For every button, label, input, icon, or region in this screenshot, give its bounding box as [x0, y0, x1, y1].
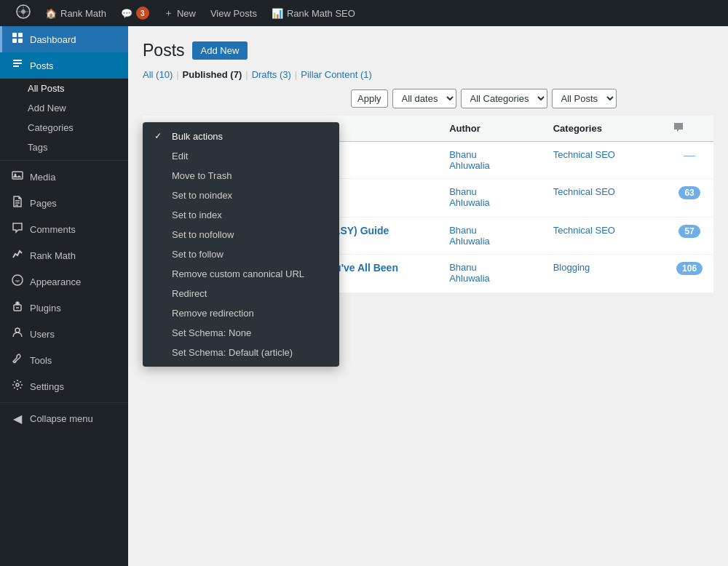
filter-pillar-link[interactable]: Pillar Content (1)	[301, 69, 372, 80]
bulk-item-redirect[interactable]: Redirect	[143, 284, 339, 303]
sidebar-item-plugins[interactable]: Plugins	[0, 295, 128, 321]
bulk-item-label-redirect: Redirect	[172, 288, 207, 299]
sidebar-item-media[interactable]: Media	[0, 164, 128, 190]
bulk-item-schema-none[interactable]: Set Schema: None	[143, 323, 339, 343]
bulk-item-bulk-actions[interactable]: ✓ Bulk actions	[143, 127, 339, 146]
row1-category-link[interactable]: Technical SEO	[553, 149, 615, 160]
bulk-item-label-schema-none: Set Schema: None	[172, 327, 251, 338]
sidebar-item-pages[interactable]: Pages	[0, 190, 128, 216]
row3-author-link[interactable]: BhanuAhluwalia	[449, 225, 490, 247]
row4-comments-cell: 106	[665, 255, 713, 293]
plugins-label: Plugins	[30, 303, 61, 314]
all-dates-select[interactable]: All dates	[392, 89, 456, 108]
rankmath-seo-button[interactable]: 📊 Rank Math SEO	[264, 0, 363, 26]
row2-author-link[interactable]: BhanuAhluwalia	[449, 186, 490, 208]
sidebar-item-dashboard[interactable]: Dashboard	[0, 26, 128, 52]
site-name-label: Rank Math	[60, 8, 106, 19]
bulk-item-noindex[interactable]: Set to noindex	[143, 186, 339, 205]
dashboard-icon	[11, 32, 24, 47]
sidebar-item-tags[interactable]: Tags	[0, 137, 128, 157]
sidebar-item-add-new[interactable]: Add New	[0, 98, 128, 118]
all-posts-label: All Posts	[28, 83, 65, 94]
bulk-actions-dropdown: ✓ Bulk actions Edit Move to Trash	[143, 122, 339, 367]
sidebar-item-categories[interactable]: Categories	[0, 118, 128, 137]
filter-drafts[interactable]: Drafts (3)	[252, 69, 291, 80]
bulk-item-remove-redirect[interactable]: Remove redirection	[143, 303, 339, 323]
add-new-button[interactable]: Add New	[192, 41, 248, 60]
comments-menu-icon	[11, 222, 24, 236]
appearance-label: Appearance	[30, 276, 81, 287]
sidebar-item-tools[interactable]: Tools	[0, 347, 128, 373]
main-content: Posts Add New All (10) | Published (7)	[128, 26, 728, 566]
bulk-item-label-noindex: Set to noindex	[172, 190, 232, 201]
wp-wrap: Dashboard Posts All Posts Add New Catego…	[0, 26, 728, 566]
svg-rect-3	[18, 33, 23, 37]
filter-nav: All (10) | Published (7) | Drafts (3)	[143, 69, 713, 80]
bulk-item-label-edit: Edit	[172, 151, 188, 162]
page-title: Posts	[143, 41, 185, 60]
row1-author-link[interactable]: BhanuAhluwalia	[449, 149, 490, 171]
bulk-item-label-index: Set to index	[172, 210, 222, 220]
collapse-label: Collapse menu	[30, 413, 93, 424]
view-posts-button[interactable]: View Posts	[203, 0, 264, 26]
all-posts-select[interactable]: All Posts	[552, 89, 617, 108]
apply-button[interactable]: Apply	[351, 89, 388, 108]
row4-author-cell: BhanuAhluwalia	[442, 255, 546, 293]
new-content-button[interactable]: ＋ New	[157, 0, 203, 26]
bulk-item-canonical[interactable]: Remove custom canonical URL	[143, 264, 339, 284]
tablenav-right: Apply All dates All Categories All Posts	[351, 89, 617, 108]
media-label: Media	[30, 172, 55, 183]
comments-button[interactable]: 💬 3	[114, 0, 157, 26]
row2-category-link[interactable]: Technical SEO	[553, 186, 615, 197]
sidebar-collapse-button[interactable]: ◀ Collapse menu	[0, 406, 128, 431]
row4-categories-cell: Blogging	[546, 255, 665, 293]
filter-published-link[interactable]: Published (7)	[183, 69, 242, 80]
row3-category-link[interactable]: Technical SEO	[553, 225, 615, 236]
row4-author-link[interactable]: BhanuAhluwalia	[449, 262, 490, 284]
col-author: Author	[442, 116, 546, 142]
filter-all[interactable]: All (10)	[143, 69, 173, 80]
sidebar-item-settings[interactable]: Settings	[0, 373, 128, 399]
home-icon: 🏠	[45, 8, 57, 19]
bulk-item-label-follow: Set to follow	[172, 249, 223, 260]
sidebar-item-posts[interactable]: Posts	[0, 52, 128, 79]
sidebar-item-users[interactable]: Users	[0, 321, 128, 347]
row1-comments-value: —	[684, 149, 695, 162]
bulk-item-nofollow[interactable]: Set to nofollow	[143, 225, 339, 244]
bulk-item-label-remove-redirect: Remove redirection	[172, 308, 254, 319]
sidebar-item-comments[interactable]: Comments	[0, 216, 128, 242]
bulk-item-edit[interactable]: Edit	[143, 146, 339, 166]
sidebar-item-appearance[interactable]: Appearance	[0, 268, 128, 295]
rankmath-icon: 📊	[272, 8, 283, 19]
filter-all-link[interactable]: All (10)	[143, 69, 173, 80]
tags-label: Tags	[28, 142, 47, 153]
row4-category-link[interactable]: Blogging	[553, 262, 590, 273]
tools-icon	[11, 353, 24, 367]
admin-bar: 🏠 Rank Math 💬 3 ＋ New View Posts 📊 Rank …	[0, 0, 728, 26]
svg-point-10	[16, 383, 19, 386]
bulk-item-schema-default[interactable]: Set Schema: Default (article)	[143, 343, 339, 362]
bulk-item-trash[interactable]: Move to Trash	[143, 166, 339, 186]
all-categories-select[interactable]: All Categories	[461, 89, 547, 108]
row1-author-cell: BhanuAhluwalia	[442, 142, 546, 179]
pages-icon	[11, 196, 24, 210]
sidebar-item-all-posts[interactable]: All Posts	[0, 79, 128, 98]
site-name-button[interactable]: 🏠 Rank Math	[38, 0, 114, 26]
posts-wrap: Posts Add New All (10) | Published (7)	[143, 41, 713, 293]
svg-rect-4	[12, 39, 17, 43]
row3-comments-cell: 57	[665, 218, 713, 255]
comments-icon: 💬	[121, 8, 132, 19]
filter-published[interactable]: Published (7)	[183, 69, 242, 80]
row2-author-cell: BhanuAhluwalia	[442, 179, 546, 218]
filter-pillar[interactable]: Pillar Content (1)	[301, 69, 372, 80]
wp-logo-button[interactable]	[9, 0, 38, 26]
posts-icon	[11, 58, 24, 73]
bulk-item-follow[interactable]: Set to follow	[143, 244, 339, 264]
categories-label: Categories	[28, 122, 74, 133]
new-label: New	[177, 8, 196, 19]
plugins-icon	[11, 300, 24, 315]
filter-drafts-link[interactable]: Drafts (3)	[252, 69, 291, 80]
row2-categories-cell: Technical SEO	[546, 179, 665, 218]
bulk-item-index[interactable]: Set to index	[143, 205, 339, 225]
sidebar-item-rankmath[interactable]: Rank Math	[0, 242, 128, 268]
